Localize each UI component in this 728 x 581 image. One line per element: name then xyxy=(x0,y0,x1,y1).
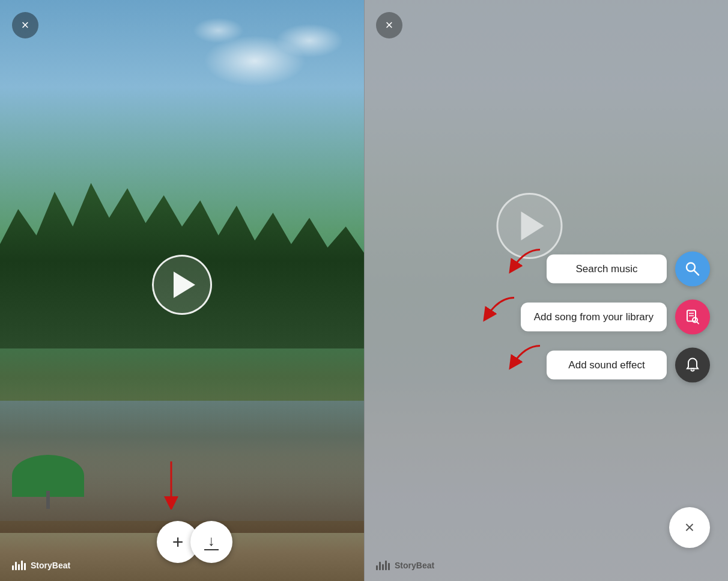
add-sound-icon-button[interactable] xyxy=(675,347,710,382)
download-button[interactable] xyxy=(190,521,232,563)
arrow-library-container xyxy=(481,294,517,327)
svg-line-2 xyxy=(694,270,699,275)
right-panel: × Search music xyxy=(364,0,728,581)
arrow-sound-container xyxy=(507,342,543,375)
add-library-row: Add song from your library xyxy=(481,299,710,334)
file-search-icon xyxy=(684,308,701,325)
music-menu: Search music xyxy=(481,251,710,382)
bell-icon xyxy=(684,356,701,373)
close-button-right[interactable]: × xyxy=(376,12,402,38)
panel-divider xyxy=(364,0,365,581)
arrow-add-button xyxy=(159,461,183,512)
add-sound-button[interactable]: Add sound effect xyxy=(547,350,667,379)
download-icon xyxy=(204,534,219,550)
svg-line-7 xyxy=(697,321,699,323)
arrow-library-svg xyxy=(481,294,517,324)
green-umbrella xyxy=(12,455,84,509)
bars-icon-right xyxy=(376,561,390,570)
arrow-search-svg xyxy=(507,246,543,276)
storybeat-logo-left: StoryBeat xyxy=(12,561,70,570)
search-music-row: Search music xyxy=(507,251,710,286)
arrow-svg-left xyxy=(159,461,183,510)
search-icon xyxy=(684,260,701,277)
add-library-button[interactable]: Add song from your library xyxy=(521,302,667,331)
storybeat-logo-right: StoryBeat xyxy=(376,561,434,570)
storybeat-text-left: StoryBeat xyxy=(31,561,70,570)
arrow-search-container xyxy=(507,246,543,279)
search-music-icon-button[interactable] xyxy=(675,251,710,286)
storybeat-text-right: StoryBeat xyxy=(395,561,434,570)
close-button-left[interactable]: × xyxy=(12,12,38,38)
bars-icon-left xyxy=(12,561,26,570)
add-library-icon-button[interactable] xyxy=(675,299,710,334)
close-circle-button[interactable]: × xyxy=(669,507,710,548)
search-music-button[interactable]: Search music xyxy=(547,254,667,283)
left-panel: × + StoryBeat xyxy=(0,0,364,581)
arrow-sound-svg xyxy=(507,342,543,373)
play-button-left[interactable] xyxy=(152,255,212,315)
add-sound-row: Add sound effect xyxy=(507,347,710,382)
